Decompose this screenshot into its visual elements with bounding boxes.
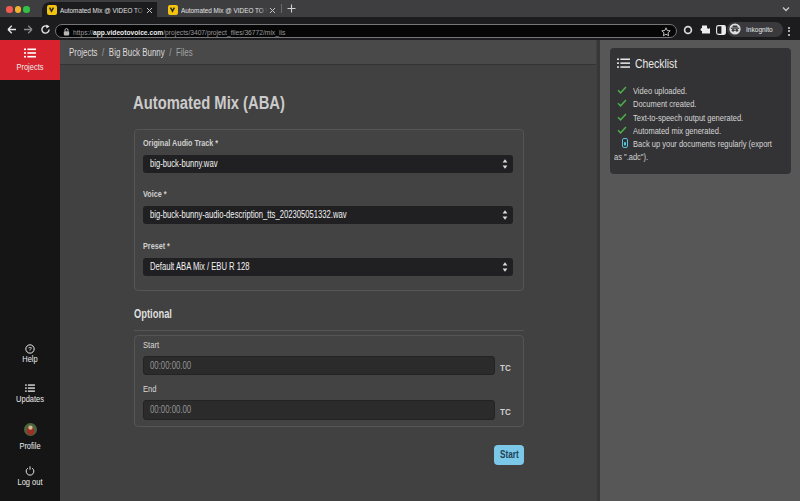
- svg-text:?: ?: [28, 345, 32, 352]
